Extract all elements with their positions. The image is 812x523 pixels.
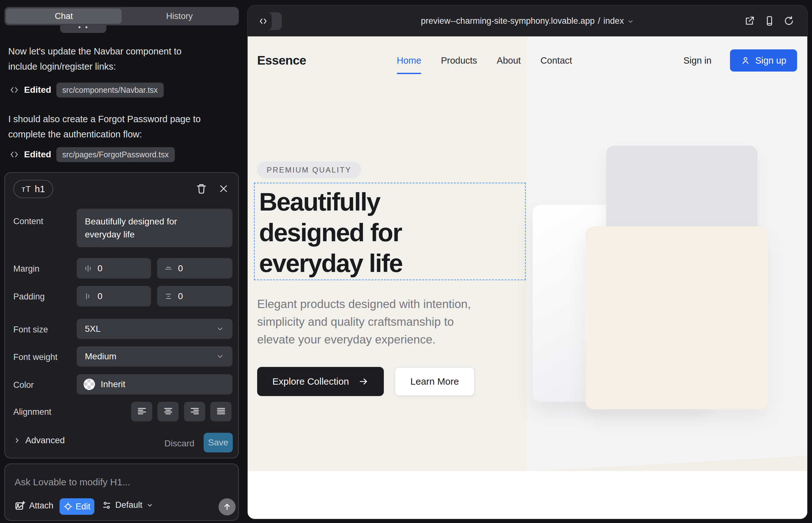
font-weight-label: Font weight (13, 353, 58, 362)
align-left-button[interactable] (131, 402, 152, 421)
refresh-button[interactable] (783, 15, 795, 26)
type-icon: тT (21, 184, 31, 194)
align-center-button[interactable] (157, 402, 179, 421)
align-right-button[interactable] (184, 402, 205, 421)
element-tag: h1 (35, 184, 45, 194)
file-chip[interactable]: src/components/Navbar.tsx (56, 83, 164, 97)
hero-heading[interactable]: Beautifully designed for everyday life (259, 186, 402, 278)
code-preview-toggle[interactable] (254, 12, 282, 30)
chat-history-tabbar: Chat History (4, 7, 239, 25)
learn-more-button[interactable]: Learn More (394, 367, 475, 396)
edit-mode-button[interactable]: Edit (59, 498, 94, 515)
selected-element-badge: тT h1 (13, 180, 53, 198)
sign-up-button[interactable]: Sign up (730, 49, 797, 72)
alignment-label: Alignment (13, 407, 51, 417)
chevron-down-icon (146, 502, 153, 509)
file-chip[interactable]: src/pages/ForgotPassword.tsx (56, 147, 175, 162)
chat-composer: Ask Lovable to modify H1... Attach Edit … (4, 464, 239, 521)
attach-button[interactable]: Attach (15, 500, 54, 511)
model-selector[interactable]: Default (102, 500, 153, 510)
nav-auth-group: Sign in Sign up (684, 49, 797, 72)
element-editor-panel: тT h1 Content Beautifully designed for e… (4, 172, 239, 458)
nav-link-contact[interactable]: Contact (540, 55, 572, 66)
tab-chat[interactable]: Chat (6, 8, 122, 24)
color-input[interactable]: Inherit (77, 374, 232, 395)
send-button[interactable] (218, 498, 236, 516)
code-icon (259, 17, 268, 26)
image-plus-icon (15, 500, 25, 511)
nav-link-products[interactable]: Products (441, 55, 477, 66)
padding-y-icon (164, 292, 173, 301)
padding-label: Padding (13, 292, 45, 302)
edited-file-row: Edited src/components/Navbar.tsx (10, 82, 164, 98)
composer-toolbar: Attach Edit Default (5, 498, 238, 516)
hero-description: Elegant products designed with intention… (257, 295, 471, 348)
hero-cta-row: Explore Collection Learn More (257, 367, 475, 396)
content-label: Content (13, 217, 43, 227)
sliders-icon (102, 501, 111, 510)
edited-label: Edited (24, 149, 51, 160)
edited-label: Edited (24, 85, 51, 95)
person-icon (741, 56, 750, 65)
selection-outline: Beautifully designed for everyday life (254, 183, 526, 280)
hero-badge: PREMIUM QUALITY (257, 161, 361, 178)
nav-link-about[interactable]: About (497, 55, 521, 66)
trash-icon (196, 183, 207, 194)
route-name[interactable]: index (603, 16, 624, 26)
arrow-right-icon (358, 376, 369, 386)
chevron-right-icon (13, 437, 21, 444)
padding-y-input[interactable]: 0 (157, 286, 232, 306)
chat-message: I should also create a Forgot Password p… (8, 111, 211, 142)
padding-x-icon (84, 292, 92, 301)
color-label: Color (13, 380, 34, 390)
delete-element-button[interactable] (194, 182, 208, 196)
mobile-view-button[interactable] (763, 15, 775, 26)
close-panel-button[interactable] (217, 182, 231, 196)
advanced-toggle[interactable]: Advanced (13, 435, 65, 446)
save-button[interactable]: Save (204, 433, 233, 452)
align-justify-button[interactable] (210, 402, 231, 421)
align-center-icon (163, 406, 174, 417)
hero-decor-beige-rect (586, 227, 768, 409)
align-right-icon (189, 406, 200, 417)
code-icon (10, 85, 19, 95)
content-input[interactable]: Beautifully designed for everyday life (77, 209, 232, 247)
discard-button[interactable]: Discard (164, 435, 192, 452)
chevron-down-icon (627, 18, 634, 25)
code-toggle-segment[interactable] (254, 12, 272, 30)
font-weight-select[interactable]: Medium (77, 346, 232, 366)
margin-label: Margin (13, 264, 40, 274)
chevron-down-icon (216, 325, 224, 333)
composer-input[interactable]: Ask Lovable to modify H1... (15, 477, 130, 488)
color-swatch (84, 379, 95, 390)
nav-links: Home Products About Contact (397, 55, 572, 66)
margin-x-input[interactable]: 0 (77, 258, 151, 278)
margin-y-icon (164, 264, 173, 273)
padding-x-input[interactable]: 0 (77, 286, 151, 306)
chevron-down-icon (216, 353, 224, 361)
tab-history[interactable]: History (122, 8, 237, 24)
crosshair-icon (64, 502, 72, 511)
preview-browser: preview--charming-site-symphony.lovable.… (247, 5, 808, 519)
margin-y-input[interactable]: 0 (157, 258, 232, 278)
close-icon (218, 184, 229, 194)
arrow-up-icon (223, 502, 231, 511)
font-size-label: Font size (13, 325, 48, 335)
open-external-button[interactable] (744, 15, 755, 26)
edited-file-row: Edited src/pages/ForgotPassword.tsx (10, 146, 175, 163)
chat-message: Now let's update the Navbar component to… (8, 44, 211, 74)
clipped-message-pill (60, 25, 106, 33)
align-justify-icon (216, 406, 226, 417)
section-below-hero (248, 471, 807, 519)
preview-url[interactable]: preview--charming-site-symphony.lovable.… (421, 16, 595, 26)
hero-background-wedge (527, 456, 807, 471)
site-logo[interactable]: Essence (257, 54, 306, 68)
code-icon (10, 150, 19, 159)
explore-collection-button[interactable]: Explore Collection (257, 367, 384, 396)
nav-link-home[interactable]: Home (397, 55, 421, 66)
app-root: Chat History Now let's update the Navbar… (0, 0, 812, 523)
sign-in-link[interactable]: Sign in (684, 55, 712, 66)
font-size-select[interactable]: 5XL (77, 319, 232, 339)
browser-actions (744, 15, 795, 26)
margin-x-icon (84, 264, 92, 273)
